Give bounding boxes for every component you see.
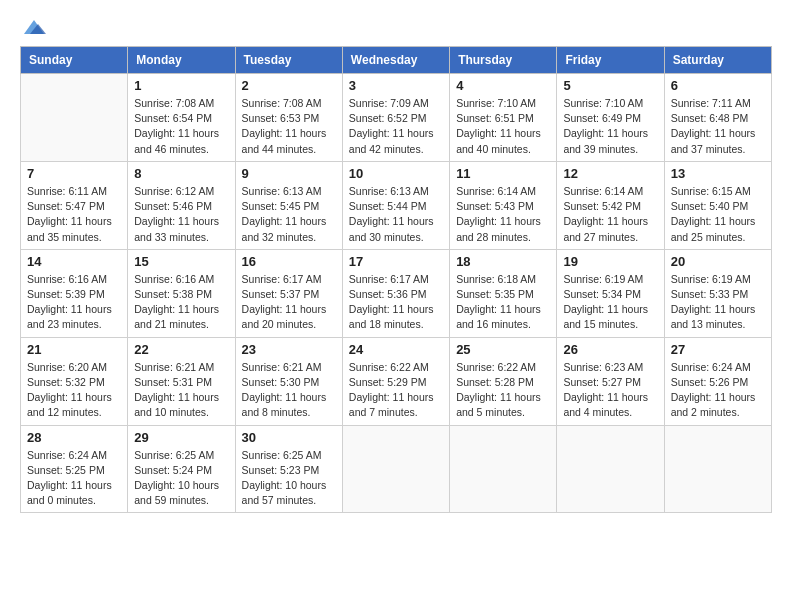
weekday-header-saturday: Saturday [664,47,771,74]
sunrise-label: Sunrise: 6:24 AM [671,361,751,373]
daylight-label: Daylight: 11 hours and 30 minutes. [349,215,434,242]
day-number: 28 [27,430,121,445]
calendar-cell: 8Sunrise: 6:12 AMSunset: 5:46 PMDaylight… [128,161,235,249]
sunrise-label: Sunrise: 6:14 AM [563,185,643,197]
day-number: 9 [242,166,336,181]
calendar-cell: 18Sunrise: 6:18 AMSunset: 5:35 PMDayligh… [450,249,557,337]
sunrise-label: Sunrise: 7:10 AM [563,97,643,109]
day-number: 19 [563,254,657,269]
daylight-label: Daylight: 11 hours and 32 minutes. [242,215,327,242]
day-info: Sunrise: 7:08 AMSunset: 6:54 PMDaylight:… [134,96,228,157]
day-info: Sunrise: 6:22 AMSunset: 5:29 PMDaylight:… [349,360,443,421]
daylight-label: Daylight: 11 hours and 10 minutes. [134,391,219,418]
daylight-label: Daylight: 11 hours and 35 minutes. [27,215,112,242]
daylight-label: Daylight: 11 hours and 40 minutes. [456,127,541,154]
day-number: 16 [242,254,336,269]
calendar-cell: 27Sunrise: 6:24 AMSunset: 5:26 PMDayligh… [664,337,771,425]
day-number: 24 [349,342,443,357]
calendar-cell: 22Sunrise: 6:21 AMSunset: 5:31 PMDayligh… [128,337,235,425]
day-number: 3 [349,78,443,93]
calendar-cell [557,425,664,513]
calendar-week-row: 21Sunrise: 6:20 AMSunset: 5:32 PMDayligh… [21,337,772,425]
calendar-cell: 7Sunrise: 6:11 AMSunset: 5:47 PMDaylight… [21,161,128,249]
sunrise-label: Sunrise: 6:16 AM [27,273,107,285]
day-number: 2 [242,78,336,93]
weekday-header-monday: Monday [128,47,235,74]
day-number: 8 [134,166,228,181]
day-info: Sunrise: 7:11 AMSunset: 6:48 PMDaylight:… [671,96,765,157]
sunrise-label: Sunrise: 6:24 AM [27,449,107,461]
day-number: 12 [563,166,657,181]
sunrise-label: Sunrise: 6:15 AM [671,185,751,197]
calendar-cell: 25Sunrise: 6:22 AMSunset: 5:28 PMDayligh… [450,337,557,425]
sunset-label: Sunset: 5:26 PM [671,376,749,388]
day-info: Sunrise: 6:19 AMSunset: 5:33 PMDaylight:… [671,272,765,333]
day-info: Sunrise: 6:16 AMSunset: 5:39 PMDaylight:… [27,272,121,333]
calendar-cell: 1Sunrise: 7:08 AMSunset: 6:54 PMDaylight… [128,74,235,162]
daylight-label: Daylight: 11 hours and 4 minutes. [563,391,648,418]
sunrise-label: Sunrise: 7:08 AM [134,97,214,109]
sunrise-label: Sunrise: 6:23 AM [563,361,643,373]
daylight-label: Daylight: 11 hours and 18 minutes. [349,303,434,330]
day-number: 29 [134,430,228,445]
day-info: Sunrise: 6:21 AMSunset: 5:30 PMDaylight:… [242,360,336,421]
daylight-label: Daylight: 11 hours and 37 minutes. [671,127,756,154]
daylight-label: Daylight: 11 hours and 16 minutes. [456,303,541,330]
day-number: 22 [134,342,228,357]
day-info: Sunrise: 6:17 AMSunset: 5:37 PMDaylight:… [242,272,336,333]
sunrise-label: Sunrise: 7:08 AM [242,97,322,109]
weekday-header-tuesday: Tuesday [235,47,342,74]
sunset-label: Sunset: 5:35 PM [456,288,534,300]
calendar-cell: 24Sunrise: 6:22 AMSunset: 5:29 PMDayligh… [342,337,449,425]
day-info: Sunrise: 6:18 AMSunset: 5:35 PMDaylight:… [456,272,550,333]
sunset-label: Sunset: 5:43 PM [456,200,534,212]
calendar-cell: 19Sunrise: 6:19 AMSunset: 5:34 PMDayligh… [557,249,664,337]
day-info: Sunrise: 6:12 AMSunset: 5:46 PMDaylight:… [134,184,228,245]
daylight-label: Daylight: 11 hours and 21 minutes. [134,303,219,330]
day-info: Sunrise: 6:13 AMSunset: 5:44 PMDaylight:… [349,184,443,245]
sunrise-label: Sunrise: 6:18 AM [456,273,536,285]
day-info: Sunrise: 6:15 AMSunset: 5:40 PMDaylight:… [671,184,765,245]
sunset-label: Sunset: 5:32 PM [27,376,105,388]
daylight-label: Daylight: 11 hours and 5 minutes. [456,391,541,418]
daylight-label: Daylight: 11 hours and 25 minutes. [671,215,756,242]
day-info: Sunrise: 6:17 AMSunset: 5:36 PMDaylight:… [349,272,443,333]
sunset-label: Sunset: 6:48 PM [671,112,749,124]
sunset-label: Sunset: 5:29 PM [349,376,427,388]
daylight-label: Daylight: 11 hours and 44 minutes. [242,127,327,154]
sunset-label: Sunset: 6:54 PM [134,112,212,124]
calendar-cell: 20Sunrise: 6:19 AMSunset: 5:33 PMDayligh… [664,249,771,337]
calendar-cell: 13Sunrise: 6:15 AMSunset: 5:40 PMDayligh… [664,161,771,249]
sunrise-label: Sunrise: 6:11 AM [27,185,107,197]
weekday-header-friday: Friday [557,47,664,74]
calendar-cell: 28Sunrise: 6:24 AMSunset: 5:25 PMDayligh… [21,425,128,513]
sunset-label: Sunset: 5:37 PM [242,288,320,300]
day-number: 30 [242,430,336,445]
sunrise-label: Sunrise: 6:17 AM [242,273,322,285]
sunrise-label: Sunrise: 6:19 AM [671,273,751,285]
day-info: Sunrise: 7:08 AMSunset: 6:53 PMDaylight:… [242,96,336,157]
day-info: Sunrise: 7:10 AMSunset: 6:51 PMDaylight:… [456,96,550,157]
day-number: 5 [563,78,657,93]
calendar-cell [342,425,449,513]
day-number: 10 [349,166,443,181]
day-info: Sunrise: 6:16 AMSunset: 5:38 PMDaylight:… [134,272,228,333]
calendar-cell: 4Sunrise: 7:10 AMSunset: 6:51 PMDaylight… [450,74,557,162]
calendar-cell: 30Sunrise: 6:25 AMSunset: 5:23 PMDayligh… [235,425,342,513]
daylight-label: Daylight: 11 hours and 13 minutes. [671,303,756,330]
daylight-label: Daylight: 11 hours and 7 minutes. [349,391,434,418]
sunset-label: Sunset: 5:31 PM [134,376,212,388]
sunrise-label: Sunrise: 6:17 AM [349,273,429,285]
sunset-label: Sunset: 5:33 PM [671,288,749,300]
logo [20,16,52,38]
day-info: Sunrise: 6:14 AMSunset: 5:42 PMDaylight:… [563,184,657,245]
sunrise-label: Sunrise: 6:16 AM [134,273,214,285]
day-number: 21 [27,342,121,357]
sunset-label: Sunset: 5:36 PM [349,288,427,300]
day-number: 11 [456,166,550,181]
sunrise-label: Sunrise: 6:19 AM [563,273,643,285]
day-number: 1 [134,78,228,93]
calendar-cell: 16Sunrise: 6:17 AMSunset: 5:37 PMDayligh… [235,249,342,337]
sunrise-label: Sunrise: 6:20 AM [27,361,107,373]
day-number: 15 [134,254,228,269]
